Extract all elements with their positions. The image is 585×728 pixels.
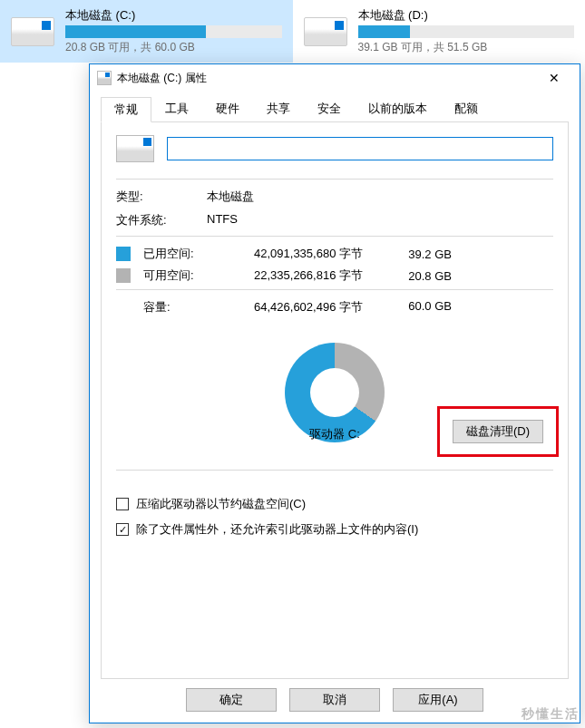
- filesystem-value: NTFS: [207, 212, 238, 228]
- titlebar[interactable]: 本地磁盘 (C:) 属性 ✕: [90, 64, 580, 92]
- capacity-gb: 60.0 GB: [388, 299, 452, 315]
- capacity-label: 容量:: [143, 299, 216, 315]
- dialog-title: 本地磁盘 (C:) 属性: [117, 71, 536, 86]
- type-value: 本地磁盘: [207, 189, 254, 205]
- drive-item-d[interactable]: 本地磁盘 (D:) 39.1 GB 可用，共 51.5 GB: [293, 0, 586, 63]
- tab-hardware[interactable]: 硬件: [202, 96, 253, 121]
- drive-item-c[interactable]: 本地磁盘 (C:) 20.8 GB 可用，共 60.0 GB: [0, 0, 293, 63]
- volume-name-input[interactable]: [167, 137, 553, 160]
- tab-security[interactable]: 安全: [304, 96, 355, 121]
- checkbox-icon[interactable]: [116, 498, 129, 510]
- drive-label: 驱动器 C:: [309, 426, 360, 442]
- cancel-button[interactable]: 取消: [289, 688, 380, 712]
- ok-button[interactable]: 确定: [186, 688, 277, 712]
- checkbox-icon[interactable]: [116, 523, 129, 536]
- drive-free-text: 20.8 GB 可用，共 60.0 GB: [65, 40, 282, 55]
- apply-button[interactable]: 应用(A): [393, 688, 483, 712]
- tab-strip: 常规 工具 硬件 共享 安全 以前的版本 配额: [90, 92, 580, 121]
- capacity-bytes: 64,426,602,496 字节: [216, 299, 388, 315]
- tab-tools[interactable]: 工具: [151, 96, 202, 121]
- drive-icon: [11, 17, 54, 46]
- index-checkbox-row[interactable]: 除了文件属性外，还允许索引此驱动器上文件的内容(I): [116, 521, 553, 538]
- free-space-label: 可用空间:: [143, 267, 216, 284]
- free-space-gb: 20.8 GB: [388, 269, 452, 283]
- compress-label: 压缩此驱动器以节约磁盘空间(C): [136, 496, 306, 512]
- free-space-bytes: 22,335,266,816 字节: [216, 267, 388, 284]
- properties-dialog: 本地磁盘 (C:) 属性 ✕ 常规 工具 硬件 共享 安全 以前的版本 配额 类…: [89, 63, 580, 723]
- filesystem-label: 文件系统:: [116, 212, 207, 228]
- close-button[interactable]: ✕: [536, 64, 572, 92]
- tab-sharing[interactable]: 共享: [253, 96, 304, 121]
- tab-quota[interactable]: 配额: [441, 96, 492, 121]
- drive-usage-bar: [358, 25, 575, 38]
- dialog-footer: 确定 取消 应用(A): [90, 679, 580, 723]
- used-space-label: 已用空间:: [143, 246, 216, 262]
- tab-previous-versions[interactable]: 以前的版本: [355, 96, 441, 121]
- drive-free-text: 39.1 GB 可用，共 51.5 GB: [358, 40, 575, 55]
- cleanup-highlight: 磁盘清理(D): [437, 406, 559, 457]
- used-space-swatch: [116, 247, 131, 261]
- usage-chart: 驱动器 C: 磁盘清理(D): [116, 325, 553, 442]
- tab-general[interactable]: 常规: [101, 97, 151, 122]
- free-space-swatch: [116, 268, 131, 283]
- drive-usage-bar: [65, 25, 282, 38]
- tab-panel-general: 类型: 本地磁盘 文件系统: NTFS 已用空间: 42,091,335,680…: [101, 121, 569, 679]
- drive-name: 本地磁盘 (C:): [65, 7, 282, 24]
- drive-icon: [304, 17, 347, 46]
- used-space-bytes: 42,091,335,680 字节: [216, 246, 388, 262]
- drive-icon: [116, 135, 154, 162]
- drive-name: 本地磁盘 (D:): [358, 7, 575, 24]
- compress-checkbox-row[interactable]: 压缩此驱动器以节约磁盘空间(C): [116, 496, 553, 512]
- index-label: 除了文件属性外，还允许索引此驱动器上文件的内容(I): [136, 521, 418, 538]
- disk-cleanup-button[interactable]: 磁盘清理(D): [453, 420, 543, 443]
- type-label: 类型:: [116, 189, 207, 205]
- drive-icon: [97, 71, 112, 85]
- used-space-gb: 39.2 GB: [388, 248, 452, 261]
- drive-list: 本地磁盘 (C:) 20.8 GB 可用，共 60.0 GB 本地磁盘 (D:)…: [0, 0, 585, 63]
